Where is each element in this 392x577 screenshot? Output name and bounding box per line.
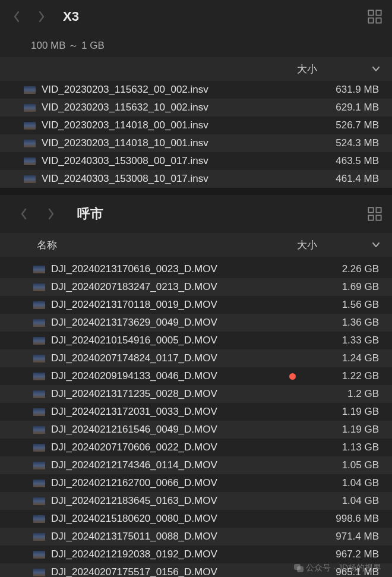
file-name: VID_20230203_114018_10_001.insv	[42, 137, 314, 149]
file-name: DJI_20240210154916_0005_D.MOV	[51, 335, 314, 346]
file-thumbnail-icon	[33, 283, 45, 291]
file-row[interactable]: DJI_20240212174346_0114_D.MOV1.05 GB	[0, 456, 392, 474]
file-thumbnail-icon	[24, 175, 36, 183]
file-row[interactable]: DJI_20240213171235_0028_D.MOV1.2 GB	[0, 385, 392, 403]
file-thumbnail-icon	[33, 480, 45, 487]
file-row[interactable]: VID_20230203_114018_00_001.insv526.7 MB	[0, 116, 392, 134]
file-thumbnail-icon	[33, 426, 45, 434]
column-size-header[interactable]: 大小	[297, 62, 380, 76]
file-row[interactable]: DJI_20240210154916_0005_D.MOV1.33 GB	[0, 332, 392, 349]
file-size: 1.36 GB	[314, 317, 379, 329]
view-mode-button[interactable]	[367, 206, 382, 222]
file-thumbnail-icon	[33, 462, 45, 469]
file-thumbnail-icon	[33, 355, 45, 362]
svg-rect-1	[376, 10, 381, 15]
file-thumbnail-icon	[33, 408, 45, 416]
file-thumbnail-icon	[33, 301, 45, 309]
file-name: DJI_20240213173629_0049_D.MOV	[51, 317, 314, 329]
toolbar: X3	[0, 0, 392, 33]
nav-forward-button[interactable]	[44, 207, 58, 221]
filter-bar: 100 MB ～ 1 GB	[0, 33, 392, 57]
nav-forward-button[interactable]	[34, 10, 49, 24]
file-size: 1.2 GB	[314, 388, 379, 400]
file-row[interactable]: DJI_20240212183645_0163_D.MOV1.04 GB	[0, 492, 392, 510]
file-size: 2.26 GB	[314, 263, 379, 275]
file-thumbnail-icon	[33, 551, 45, 559]
column-size-label: 大小	[297, 238, 317, 252]
svg-rect-3	[376, 18, 381, 23]
file-row[interactable]: DJI_20240207183247_0213_D.MOV1.69 GB	[0, 278, 392, 296]
file-thumbnail-icon	[33, 497, 45, 505]
file-name: DJI_20240209194133_0046_D.MOV	[51, 370, 289, 382]
nav-back-button[interactable]	[17, 207, 31, 221]
file-row[interactable]: DJI_20240215180620_0080_D.MOV998.6 MB	[0, 510, 392, 528]
file-row[interactable]: VID_20230203_115632_10_002.insv629.1 MB	[0, 99, 392, 116]
tag-dot-icon	[289, 373, 296, 380]
file-size: 965.1 MB	[314, 566, 379, 577]
file-row[interactable]: VID_20240303_153008_00_017.insv463.5 MB	[0, 152, 392, 170]
column-name-label: 名称	[37, 239, 57, 251]
nav-back-button[interactable]	[10, 10, 24, 24]
file-name: DJI_20240213170118_0019_D.MOV	[51, 299, 314, 311]
file-size: 1.04 GB	[314, 477, 379, 489]
file-name: DJI_20240212174346_0114_D.MOV	[51, 459, 314, 471]
file-row[interactable]: DJI_20240207175517_0156_D.MOV965.1 MB	[0, 563, 392, 577]
file-thumbnail-icon	[24, 122, 36, 130]
file-name: VID_20240303_153008_00_017.insv	[42, 155, 314, 167]
file-row[interactable]: DJI_20240213170616_0023_D.MOV2.26 GB	[0, 260, 392, 278]
file-size: 967.2 MB	[314, 548, 379, 560]
chevron-right-icon	[37, 10, 46, 23]
file-name: DJI_20240213171235_0028_D.MOV	[51, 388, 314, 400]
file-row[interactable]: VID_20240303_153008_10_017.insv461.4 MB	[0, 170, 392, 188]
file-thumbnail-icon	[33, 266, 45, 273]
file-name: DJI_20240207174824_0117_D.MOV	[51, 352, 314, 364]
file-size: 629.1 MB	[314, 102, 379, 113]
file-row[interactable]: DJI_20240212192038_0192_D.MOV967.2 MB	[0, 546, 392, 563]
sort-dropdown[interactable]	[372, 63, 380, 75]
file-name: VID_20240303_153008_10_017.insv	[42, 173, 314, 185]
file-size: 1.24 GB	[314, 352, 379, 364]
file-thumbnail-icon	[33, 337, 45, 345]
column-name-header[interactable]: 名称	[37, 238, 297, 252]
file-size: 524.3 MB	[314, 137, 379, 149]
file-size: 461.4 MB	[314, 173, 379, 185]
file-row[interactable]: DJI_20240207174824_0117_D.MOV1.24 GB	[0, 349, 392, 367]
file-thumbnail-icon	[33, 390, 45, 398]
file-thumbnail-icon	[33, 444, 45, 452]
file-row[interactable]: DJI_20240207170606_0022_D.MOV1.13 GB	[0, 439, 392, 456]
column-size-header[interactable]: 大小	[297, 238, 380, 252]
chevron-left-icon	[12, 10, 21, 23]
file-row[interactable]: DJI_20240212162700_0066_D.MOV1.04 GB	[0, 474, 392, 492]
file-name: DJI_20240207183247_0213_D.MOV	[51, 281, 314, 293]
file-row[interactable]: VID_20230203_115632_00_002.insv631.9 MB	[0, 81, 392, 99]
file-row[interactable]: DJI_20240209194133_0046_D.MOV1.22 GB	[0, 367, 392, 385]
file-name: DJI_20240213172031_0033_D.MOV	[51, 406, 314, 418]
file-row[interactable]: VID_20230203_114018_10_001.insv524.3 MB	[0, 134, 392, 152]
column-header-row: 名称 大小	[0, 233, 392, 257]
column-header-row: 大小	[0, 57, 392, 81]
file-size: 1.19 GB	[314, 424, 379, 436]
file-name: DJI_20240212183645_0163_D.MOV	[51, 495, 314, 507]
file-row[interactable]: DJI_20240213173629_0049_D.MOV1.36 GB	[0, 314, 392, 332]
svg-rect-6	[368, 215, 373, 220]
file-list: VID_20230203_115632_00_002.insv631.9 MBV…	[0, 81, 392, 188]
file-name: DJI_20240207175517_0156_D.MOV	[51, 566, 314, 577]
file-thumbnail-icon	[24, 140, 36, 147]
file-row[interactable]: DJI_20240212161546_0049_D.MOV1.19 GB	[0, 421, 392, 439]
file-thumbnail-icon	[33, 533, 45, 541]
file-row[interactable]: DJI_20240213170118_0019_D.MOV1.56 GB	[0, 296, 392, 314]
grid-icon	[367, 9, 382, 24]
toolbar: 呼市	[0, 195, 392, 233]
chevron-down-icon	[372, 66, 380, 72]
file-size: 1.22 GB	[314, 370, 379, 382]
file-row[interactable]: DJI_20240213175011_0088_D.MOV971.4 MB	[0, 528, 392, 546]
svg-rect-2	[368, 18, 373, 23]
file-size: 1.13 GB	[314, 442, 379, 453]
file-name: DJI_20240213170616_0023_D.MOV	[51, 263, 314, 275]
chevron-down-icon	[372, 242, 380, 248]
sort-dropdown[interactable]	[372, 239, 380, 251]
filter-label: 100 MB ～ 1 GB	[31, 39, 105, 52]
file-row[interactable]: DJI_20240213172031_0033_D.MOV1.19 GB	[0, 403, 392, 421]
view-mode-button[interactable]	[367, 9, 382, 24]
file-size: 631.9 MB	[314, 84, 379, 96]
